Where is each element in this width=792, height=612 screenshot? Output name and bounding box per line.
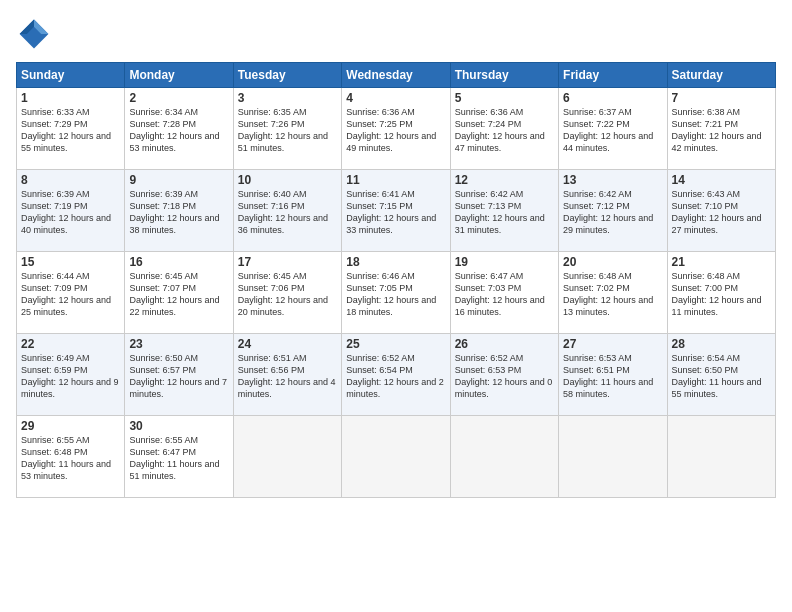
logo-icon — [16, 16, 52, 52]
day-number: 30 — [129, 419, 228, 433]
table-row: 30Sunrise: 6:55 AMSunset: 6:47 PMDayligh… — [125, 416, 233, 498]
day-number: 23 — [129, 337, 228, 351]
col-monday: Monday — [125, 63, 233, 88]
col-saturday: Saturday — [667, 63, 775, 88]
day-number: 5 — [455, 91, 554, 105]
page: Sunday Monday Tuesday Wednesday Thursday… — [0, 0, 792, 612]
day-number: 9 — [129, 173, 228, 187]
day-info: Sunrise: 6:52 AMSunset: 6:53 PMDaylight:… — [455, 352, 554, 401]
table-row: 24Sunrise: 6:51 AMSunset: 6:56 PMDayligh… — [233, 334, 341, 416]
table-row: 27Sunrise: 6:53 AMSunset: 6:51 PMDayligh… — [559, 334, 667, 416]
col-sunday: Sunday — [17, 63, 125, 88]
calendar: Sunday Monday Tuesday Wednesday Thursday… — [16, 62, 776, 498]
day-info: Sunrise: 6:46 AMSunset: 7:05 PMDaylight:… — [346, 270, 445, 319]
day-number: 18 — [346, 255, 445, 269]
calendar-week-row: 8Sunrise: 6:39 AMSunset: 7:19 PMDaylight… — [17, 170, 776, 252]
table-row: 22Sunrise: 6:49 AMSunset: 6:59 PMDayligh… — [17, 334, 125, 416]
day-info: Sunrise: 6:41 AMSunset: 7:15 PMDaylight:… — [346, 188, 445, 237]
day-number: 6 — [563, 91, 662, 105]
day-info: Sunrise: 6:37 AMSunset: 7:22 PMDaylight:… — [563, 106, 662, 155]
table-row: 3Sunrise: 6:35 AMSunset: 7:26 PMDaylight… — [233, 88, 341, 170]
day-number: 15 — [21, 255, 120, 269]
logo — [16, 16, 56, 52]
day-number: 16 — [129, 255, 228, 269]
day-info: Sunrise: 6:52 AMSunset: 6:54 PMDaylight:… — [346, 352, 445, 401]
calendar-week-row: 15Sunrise: 6:44 AMSunset: 7:09 PMDayligh… — [17, 252, 776, 334]
day-number: 10 — [238, 173, 337, 187]
day-info: Sunrise: 6:55 AMSunset: 6:48 PMDaylight:… — [21, 434, 120, 483]
table-row: 29Sunrise: 6:55 AMSunset: 6:48 PMDayligh… — [17, 416, 125, 498]
table-row: 23Sunrise: 6:50 AMSunset: 6:57 PMDayligh… — [125, 334, 233, 416]
day-number: 2 — [129, 91, 228, 105]
table-row: 20Sunrise: 6:48 AMSunset: 7:02 PMDayligh… — [559, 252, 667, 334]
table-row: 2Sunrise: 6:34 AMSunset: 7:28 PMDaylight… — [125, 88, 233, 170]
table-row: 21Sunrise: 6:48 AMSunset: 7:00 PMDayligh… — [667, 252, 775, 334]
col-thursday: Thursday — [450, 63, 558, 88]
day-info: Sunrise: 6:39 AMSunset: 7:19 PMDaylight:… — [21, 188, 120, 237]
day-number: 4 — [346, 91, 445, 105]
table-row — [450, 416, 558, 498]
day-info: Sunrise: 6:54 AMSunset: 6:50 PMDaylight:… — [672, 352, 771, 401]
day-info: Sunrise: 6:38 AMSunset: 7:21 PMDaylight:… — [672, 106, 771, 155]
day-number: 3 — [238, 91, 337, 105]
day-number: 8 — [21, 173, 120, 187]
day-info: Sunrise: 6:42 AMSunset: 7:12 PMDaylight:… — [563, 188, 662, 237]
table-row: 12Sunrise: 6:42 AMSunset: 7:13 PMDayligh… — [450, 170, 558, 252]
day-info: Sunrise: 6:51 AMSunset: 6:56 PMDaylight:… — [238, 352, 337, 401]
day-number: 22 — [21, 337, 120, 351]
day-number: 17 — [238, 255, 337, 269]
calendar-week-row: 1Sunrise: 6:33 AMSunset: 7:29 PMDaylight… — [17, 88, 776, 170]
table-row: 4Sunrise: 6:36 AMSunset: 7:25 PMDaylight… — [342, 88, 450, 170]
col-wednesday: Wednesday — [342, 63, 450, 88]
day-number: 7 — [672, 91, 771, 105]
table-row: 28Sunrise: 6:54 AMSunset: 6:50 PMDayligh… — [667, 334, 775, 416]
day-info: Sunrise: 6:49 AMSunset: 6:59 PMDaylight:… — [21, 352, 120, 401]
day-info: Sunrise: 6:53 AMSunset: 6:51 PMDaylight:… — [563, 352, 662, 401]
table-row: 14Sunrise: 6:43 AMSunset: 7:10 PMDayligh… — [667, 170, 775, 252]
table-row: 7Sunrise: 6:38 AMSunset: 7:21 PMDaylight… — [667, 88, 775, 170]
day-info: Sunrise: 6:55 AMSunset: 6:47 PMDaylight:… — [129, 434, 228, 483]
header — [16, 16, 776, 52]
day-number: 24 — [238, 337, 337, 351]
day-number: 28 — [672, 337, 771, 351]
day-info: Sunrise: 6:48 AMSunset: 7:02 PMDaylight:… — [563, 270, 662, 319]
table-row: 16Sunrise: 6:45 AMSunset: 7:07 PMDayligh… — [125, 252, 233, 334]
day-info: Sunrise: 6:45 AMSunset: 7:07 PMDaylight:… — [129, 270, 228, 319]
day-info: Sunrise: 6:39 AMSunset: 7:18 PMDaylight:… — [129, 188, 228, 237]
day-info: Sunrise: 6:36 AMSunset: 7:24 PMDaylight:… — [455, 106, 554, 155]
table-row: 13Sunrise: 6:42 AMSunset: 7:12 PMDayligh… — [559, 170, 667, 252]
day-info: Sunrise: 6:36 AMSunset: 7:25 PMDaylight:… — [346, 106, 445, 155]
day-info: Sunrise: 6:47 AMSunset: 7:03 PMDaylight:… — [455, 270, 554, 319]
calendar-week-row: 22Sunrise: 6:49 AMSunset: 6:59 PMDayligh… — [17, 334, 776, 416]
col-friday: Friday — [559, 63, 667, 88]
calendar-week-row: 29Sunrise: 6:55 AMSunset: 6:48 PMDayligh… — [17, 416, 776, 498]
day-number: 19 — [455, 255, 554, 269]
calendar-header-row: Sunday Monday Tuesday Wednesday Thursday… — [17, 63, 776, 88]
day-number: 29 — [21, 419, 120, 433]
table-row: 6Sunrise: 6:37 AMSunset: 7:22 PMDaylight… — [559, 88, 667, 170]
table-row — [342, 416, 450, 498]
day-info: Sunrise: 6:50 AMSunset: 6:57 PMDaylight:… — [129, 352, 228, 401]
day-info: Sunrise: 6:45 AMSunset: 7:06 PMDaylight:… — [238, 270, 337, 319]
day-info: Sunrise: 6:43 AMSunset: 7:10 PMDaylight:… — [672, 188, 771, 237]
day-info: Sunrise: 6:34 AMSunset: 7:28 PMDaylight:… — [129, 106, 228, 155]
day-number: 26 — [455, 337, 554, 351]
table-row: 5Sunrise: 6:36 AMSunset: 7:24 PMDaylight… — [450, 88, 558, 170]
day-number: 13 — [563, 173, 662, 187]
day-number: 27 — [563, 337, 662, 351]
day-number: 12 — [455, 173, 554, 187]
day-number: 1 — [21, 91, 120, 105]
day-info: Sunrise: 6:44 AMSunset: 7:09 PMDaylight:… — [21, 270, 120, 319]
col-tuesday: Tuesday — [233, 63, 341, 88]
table-row: 1Sunrise: 6:33 AMSunset: 7:29 PMDaylight… — [17, 88, 125, 170]
table-row: 11Sunrise: 6:41 AMSunset: 7:15 PMDayligh… — [342, 170, 450, 252]
day-number: 21 — [672, 255, 771, 269]
table-row: 9Sunrise: 6:39 AMSunset: 7:18 PMDaylight… — [125, 170, 233, 252]
table-row — [559, 416, 667, 498]
day-number: 25 — [346, 337, 445, 351]
table-row: 26Sunrise: 6:52 AMSunset: 6:53 PMDayligh… — [450, 334, 558, 416]
day-info: Sunrise: 6:40 AMSunset: 7:16 PMDaylight:… — [238, 188, 337, 237]
day-info: Sunrise: 6:33 AMSunset: 7:29 PMDaylight:… — [21, 106, 120, 155]
day-number: 20 — [563, 255, 662, 269]
table-row: 17Sunrise: 6:45 AMSunset: 7:06 PMDayligh… — [233, 252, 341, 334]
